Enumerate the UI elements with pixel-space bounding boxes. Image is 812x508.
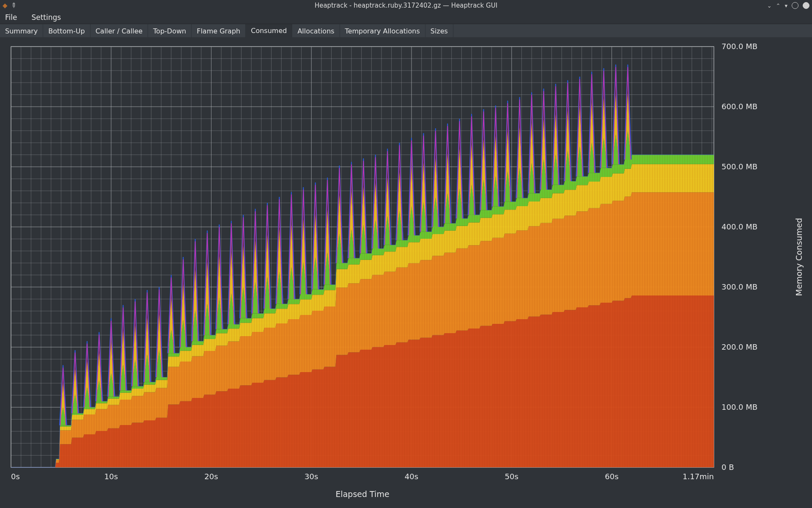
menu-settings[interactable]: Settings <box>30 11 63 23</box>
tab-caller-callee[interactable]: Caller / Callee <box>91 24 148 38</box>
tab-consumed[interactable]: Consumed <box>246 24 292 38</box>
svg-text:60s: 60s <box>605 472 618 481</box>
tab-allocations[interactable]: Allocations <box>292 24 340 38</box>
svg-text:300.0 MB: 300.0 MB <box>721 282 757 291</box>
app-icon: ◆ <box>3 2 8 9</box>
memory-consumed-chart[interactable]: 0s10s20s30s40s50s60s1.17min0 B100.0 MB20… <box>0 37 812 508</box>
svg-text:400.0 MB: 400.0 MB <box>721 222 757 231</box>
menu-file[interactable]: File <box>3 11 19 23</box>
window-minimize-icon[interactable]: ▾ <box>785 3 787 9</box>
svg-text:600.0 MB: 600.0 MB <box>721 102 757 111</box>
pin-icon[interactable]: ✎ <box>9 1 18 10</box>
window-maximize-icon[interactable] <box>792 2 798 9</box>
svg-text:200.0 MB: 200.0 MB <box>721 342 757 351</box>
svg-text:Memory Consumed: Memory Consumed <box>794 218 804 296</box>
svg-text:500.0 MB: 500.0 MB <box>721 162 757 171</box>
svg-text:10s: 10s <box>104 472 118 481</box>
window-titlebar: ◆ ✎ Heaptrack - heaptrack.ruby.3172402.g… <box>0 0 812 11</box>
menu-bar: File Settings <box>0 11 812 24</box>
svg-text:1.17min: 1.17min <box>683 472 714 481</box>
chart-area[interactable]: 0s10s20s30s40s50s60s1.17min0 B100.0 MB20… <box>0 37 812 508</box>
tab-spacer <box>453 24 812 38</box>
window-collapse-down-icon[interactable]: ⌄ <box>767 3 772 9</box>
tab-summary[interactable]: Summary <box>0 24 43 38</box>
svg-text:50s: 50s <box>505 472 518 481</box>
tab-temporary-allocations[interactable]: Temporary Allocations <box>340 24 425 38</box>
svg-text:40s: 40s <box>405 472 418 481</box>
svg-text:20s: 20s <box>204 472 218 481</box>
window-close-icon[interactable] <box>803 2 809 9</box>
tab-top-down[interactable]: Top-Down <box>148 24 192 38</box>
svg-text:30s: 30s <box>304 472 318 481</box>
window-collapse-up-icon[interactable]: ⌃ <box>776 3 781 9</box>
svg-text:100.0 MB: 100.0 MB <box>721 403 757 411</box>
svg-text:Elapsed Time: Elapsed Time <box>335 489 389 499</box>
tab-bottom-up[interactable]: Bottom-Up <box>43 24 90 38</box>
svg-text:0 B: 0 B <box>721 463 734 472</box>
svg-text:0s: 0s <box>11 472 20 481</box>
tab-bar: Summary Bottom-Up Caller / Callee Top-Do… <box>0 24 812 38</box>
svg-text:700.0 MB: 700.0 MB <box>721 42 757 51</box>
tab-sizes[interactable]: Sizes <box>425 24 453 38</box>
window-title: Heaptrack - heaptrack.ruby.3172402.gz — … <box>315 2 497 9</box>
tab-flame-graph[interactable]: Flame Graph <box>192 24 246 38</box>
